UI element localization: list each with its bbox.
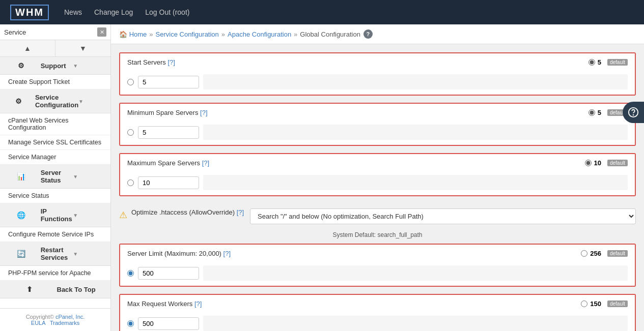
right-help-button[interactable] (623, 102, 644, 123)
min-spare-input[interactable] (138, 126, 199, 139)
server-limit-label: Server Limit (Maximum: 20,000) [?] (127, 250, 581, 257)
back-top-icon: ⬆ (5, 285, 54, 294)
min-spare-servers-header: Minimum Spare Servers [?] 5 default (120, 104, 635, 122)
server-limit-header: Server Limit (Maximum: 20,000) [?] 256 d… (120, 245, 635, 262)
sidebar-section-service-configuration[interactable]: ⚙ Service Configuration ▼ (0, 89, 110, 113)
max-spare-default-label[interactable]: 10 default (585, 159, 628, 167)
breadcrumb-help-icon[interactable]: ? (363, 29, 373, 39)
restart-icon: 🔄 (5, 249, 38, 258)
sidebar-section-ip-functions[interactable]: 🌐 IP Functions ▼ (0, 203, 110, 227)
sidebar: ✕ ▲ ▼ ⚙ Support ▼ Create Support Ticket … (0, 24, 111, 331)
server-status-icon: 📊 (5, 172, 38, 181)
ip-functions-arrow: ▼ (73, 213, 105, 218)
server-limit-default-val: 256 (590, 250, 601, 257)
breadcrumb-apache-config[interactable]: Apache Configuration (228, 31, 291, 38)
min-spare-servers-label: Minimum Spare Servers [?] (127, 109, 589, 116)
optimize-select[interactable]: Search "/" and below (No optimization, S… (250, 208, 636, 224)
start-servers-default-radio[interactable] (589, 59, 595, 66)
max-rw-default-val: 150 (590, 300, 601, 308)
max-rw-default-radio[interactable] (581, 300, 587, 307)
max-spare-body (120, 172, 635, 195)
breadcrumb: 🏠 Home » Service Configuration » Apache … (111, 24, 644, 44)
start-servers-label: Start Servers [?] (127, 58, 589, 66)
min-spare-default-val: 5 (598, 109, 601, 116)
config-content: Start Servers [?] 5 default (111, 44, 644, 331)
nav-logout[interactable]: Log Out (root) (145, 8, 189, 16)
optimize-row: ⚠ Optimize .htaccess (AllowOverride) [?]… (119, 203, 636, 229)
max-rw-custom-radio[interactable] (127, 320, 134, 327)
sidebar-search-input[interactable] (4, 28, 97, 36)
cpanel-link[interactable]: cPanel, Inc. (55, 314, 85, 320)
max-spare-servers-label: Maximum Spare Servers [?] (127, 159, 585, 167)
start-servers-default-label[interactable]: 5 default (589, 58, 628, 66)
max-spare-input[interactable] (138, 176, 199, 189)
sidebar-nav-arrows: ▲ ▼ (0, 40, 110, 57)
ip-functions-icon: 🌐 (5, 210, 38, 220)
eula-link[interactable]: EULA (31, 320, 45, 326)
support-icon: ⚙ (5, 61, 38, 70)
sidebar-item-create-support-ticket[interactable]: Create Support Ticket (0, 75, 110, 89)
main-content: 🏠 Home » Service Configuration » Apache … (111, 24, 644, 331)
breadcrumb-current: Global Configuration (300, 31, 360, 38)
server-limit-help[interactable]: [?] (223, 250, 231, 257)
start-servers-header: Start Servers [?] 5 default (120, 53, 635, 71)
sidebar-footer: Copyright© cPanel, Inc. EULA Trademarks (0, 308, 110, 331)
server-limit-default-radio[interactable] (581, 250, 587, 257)
min-spare-custom-radio[interactable] (127, 129, 134, 136)
optimize-help[interactable]: [?] (237, 208, 244, 216)
trademarks-link[interactable]: Trademarks (50, 320, 79, 326)
sidebar-search-bar[interactable]: ✕ (0, 24, 110, 40)
sidebar-item-service-manager[interactable]: Service Manager (0, 150, 110, 165)
sidebar-item-php-fpm[interactable]: PHP-FPM service for Apache (0, 266, 110, 281)
max-rw-input[interactable] (138, 317, 199, 330)
server-limit-custom-radio[interactable] (127, 270, 134, 277)
sidebar-scroll-up[interactable]: ▲ (0, 40, 55, 56)
max-request-workers-help[interactable]: [?] (194, 300, 202, 308)
sidebar-item-service-status[interactable]: Service Status (0, 189, 110, 203)
breadcrumb-home-icon: 🏠 (119, 31, 127, 38)
whm-logo: WHM (10, 5, 49, 20)
breadcrumb-service-config[interactable]: Service Configuration (156, 31, 219, 38)
start-servers-help[interactable]: [?] (167, 58, 175, 66)
start-servers-input[interactable] (138, 76, 199, 88)
server-limit-default-label[interactable]: 256 default (581, 250, 628, 257)
sidebar-scroll-down[interactable]: ▼ (55, 40, 110, 56)
max-rw-fill (203, 316, 628, 331)
sidebar-section-support[interactable]: ⚙ Support ▼ (0, 57, 110, 75)
min-spare-servers-row: Minimum Spare Servers [?] 5 default (119, 103, 636, 146)
sidebar-item-manage-ssl[interactable]: Manage Service SSL Certificates (0, 135, 110, 150)
sidebar-item-configure-remote-ips[interactable]: Configure Remote Service IPs (0, 227, 110, 242)
min-spare-body (120, 122, 635, 145)
nav-news[interactable]: News (64, 8, 82, 16)
restart-arrow: ▼ (73, 251, 105, 257)
server-status-arrow: ▼ (73, 174, 105, 179)
optimize-select-wrap: Search "/" and below (No optimization, S… (250, 208, 636, 224)
max-spare-default-val: 10 (594, 159, 601, 167)
start-servers-row: Start Servers [?] 5 default (119, 52, 636, 96)
max-spare-default-radio[interactable] (585, 160, 592, 166)
sidebar-item-cpanel-web-services[interactable]: cPanel Web Services Configuration (0, 113, 110, 135)
min-spare-default-radio[interactable] (589, 109, 595, 116)
sidebar-section-back-top[interactable]: ⬆ Back To Top (0, 281, 110, 298)
sidebar-section-server-status[interactable]: 📊 Server Status ▼ (0, 165, 110, 189)
max-spare-help[interactable]: [?] (202, 159, 209, 167)
max-spare-fill (203, 175, 628, 190)
nav-changelog[interactable]: Change Log (94, 8, 133, 16)
max-spare-default-badge: default (607, 160, 628, 166)
max-rw-body (120, 313, 635, 331)
server-limit-input[interactable] (138, 267, 199, 280)
min-spare-default-label[interactable]: 5 default (589, 109, 628, 116)
sidebar-search-clear[interactable]: ✕ (97, 27, 106, 37)
max-request-workers-header: Max Request Workers [?] 150 default (120, 295, 635, 313)
top-navigation: WHM News Change Log Log Out (root) (0, 0, 644, 24)
start-servers-default-badge: default (607, 59, 628, 66)
max-rw-default-label[interactable]: 150 default (581, 300, 628, 308)
breadcrumb-home[interactable]: Home (129, 31, 147, 38)
service-config-icon: ⚙ (5, 97, 32, 106)
service-config-arrow: ▼ (78, 99, 105, 104)
max-spare-custom-radio[interactable] (127, 179, 134, 186)
support-arrow: ▼ (73, 63, 105, 69)
min-spare-help[interactable]: [?] (200, 109, 207, 116)
start-servers-custom-radio[interactable] (127, 79, 134, 85)
sidebar-section-restart-services[interactable]: 🔄 Restart Services ▼ (0, 242, 110, 266)
